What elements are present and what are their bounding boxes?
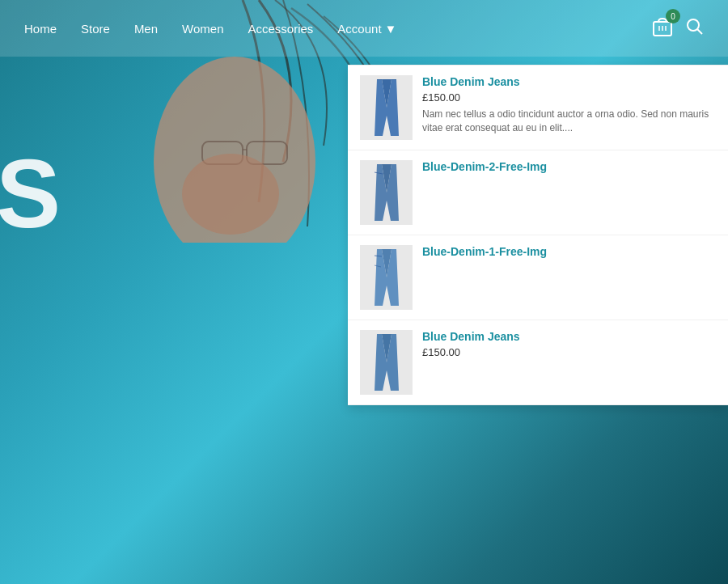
nav-icons: 0 xyxy=(651,15,704,41)
hero-letter: S xyxy=(0,138,61,249)
result-info: Blue-Denim-1-Free-Img xyxy=(422,245,716,261)
navbar: Home Store Men Women Accessories Account… xyxy=(0,0,728,57)
cart-count: 0 xyxy=(666,9,680,23)
search-result-item[interactable]: Blue-Denim-2-Free-Img xyxy=(348,150,728,235)
nav-account-label: Account xyxy=(337,22,381,36)
search-result-item[interactable]: Blue-Denim-1-Free-Img xyxy=(348,235,728,320)
result-price: £150.00 xyxy=(422,91,716,104)
result-description: Nam nec tellus a odio tincidunt auctor a… xyxy=(422,108,716,135)
search-icon-nav[interactable] xyxy=(686,18,704,39)
svg-line-11 xyxy=(697,29,702,34)
search-result-item[interactable]: Blue Denim Jeans £150.00 xyxy=(348,320,728,405)
nav-account[interactable]: Account ▼ xyxy=(337,22,396,36)
product-image xyxy=(370,249,403,306)
result-thumbnail xyxy=(360,75,413,140)
result-price: £150.00 xyxy=(422,346,716,358)
nav-home[interactable]: Home xyxy=(24,22,57,36)
cart-button[interactable]: 0 xyxy=(651,15,674,41)
chevron-down-icon: ▼ xyxy=(385,22,397,36)
result-title: Blue-Denim-2-Free-Img xyxy=(422,160,716,173)
result-thumbnail xyxy=(360,245,413,310)
search-results-dropdown: Blue Denim Jeans £150.00 Nam nec tellus … xyxy=(348,65,728,405)
nav-accessories[interactable]: Accessories xyxy=(248,22,313,36)
result-info: Blue Denim Jeans £150.00 xyxy=(422,330,716,362)
result-thumbnail xyxy=(360,160,413,225)
nav-women[interactable]: Women xyxy=(182,22,223,36)
result-title: Blue Denim Jeans xyxy=(422,75,716,88)
nav-store[interactable]: Store xyxy=(81,22,110,36)
result-title: Blue-Denim-1-Free-Img xyxy=(422,245,716,258)
result-title: Blue Denim Jeans xyxy=(422,330,716,343)
search-result-item[interactable]: Blue Denim Jeans £150.00 Nam nec tellus … xyxy=(348,66,728,150)
result-info: Blue-Denim-2-Free-Img xyxy=(422,160,716,176)
product-image xyxy=(370,79,403,136)
product-image xyxy=(370,334,403,391)
result-info: Blue Denim Jeans £150.00 Nam nec tellus … xyxy=(422,75,716,135)
svg-point-10 xyxy=(688,19,699,31)
product-image xyxy=(370,164,403,221)
nav-men[interactable]: Men xyxy=(134,22,158,36)
result-thumbnail xyxy=(360,330,413,395)
